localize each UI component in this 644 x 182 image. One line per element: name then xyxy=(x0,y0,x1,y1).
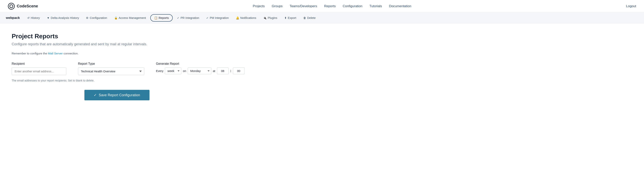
notifications-icon: 🔔 xyxy=(236,16,239,19)
svg-point-1 xyxy=(10,5,13,8)
tab-delta-label: Delta Analysis History xyxy=(51,16,79,19)
tab-plugins[interactable]: 🔌 Plugins xyxy=(260,12,281,23)
mail-server-link[interactable]: Mail Server xyxy=(48,52,63,55)
brand-logo[interactable]: CodeScene xyxy=(8,3,38,10)
tab-access-management[interactable]: 🔒 Access Management xyxy=(111,12,150,23)
project-name: webpack xyxy=(4,16,24,20)
at-label: at xyxy=(213,69,216,73)
tab-delete[interactable]: 🗑 Delete xyxy=(300,12,319,23)
report-type-group: Report Type Technical Health Overview Co… xyxy=(78,62,144,75)
tab-notifications-label: Notifications xyxy=(240,16,256,19)
on-label: on xyxy=(183,69,186,73)
tab-history-label: History xyxy=(31,16,40,19)
tab-notifications[interactable]: 🔔 Notifications xyxy=(232,12,260,23)
nav-documentation[interactable]: Documentation xyxy=(389,4,411,8)
tab-reports-label: Reports xyxy=(159,16,169,19)
nav-reports[interactable]: Reports xyxy=(324,4,336,8)
page-subtitle: Configure reports that are automatically… xyxy=(12,42,222,46)
tab-pm-integration[interactable]: ✓ PM Integration xyxy=(203,12,232,23)
recipient-label: Recipient xyxy=(12,62,66,66)
day-select[interactable]: Monday Tuesday Wednesday Thursday Friday… xyxy=(188,68,211,74)
save-btn-row: ✓ Save Report Configuration xyxy=(12,90,222,100)
plugins-icon: 🔌 xyxy=(263,16,266,19)
tab-plugins-label: Plugins xyxy=(268,16,277,19)
codescene-logo-icon xyxy=(8,3,15,10)
form-row: Recipient Report Type Technical Health O… xyxy=(12,62,222,75)
save-check-icon: ✓ xyxy=(94,93,97,97)
tab-pr-label: PR Integration xyxy=(180,16,199,19)
nav-teams-developers[interactable]: Teams/Developers xyxy=(290,4,317,8)
recipient-input[interactable] xyxy=(12,68,66,75)
generate-label: Generate Report xyxy=(156,62,244,66)
time-separator: : xyxy=(230,69,231,73)
reports-icon: 📋 xyxy=(154,16,158,19)
tab-configuration[interactable]: ⚙ Configuration xyxy=(82,12,110,23)
generate-row: Every week day month on Monday Tuesday W… xyxy=(156,68,244,74)
save-report-button[interactable]: ✓ Save Report Configuration xyxy=(84,90,149,100)
mail-notice-prefix: Remember to configure the xyxy=(12,52,48,55)
export-icon: ⬆ xyxy=(284,16,287,19)
history-icon: ↺ xyxy=(27,16,30,19)
tab-delta-analysis-history[interactable]: ▼ Delta Analysis History xyxy=(43,12,82,23)
minute-input[interactable] xyxy=(233,68,244,74)
delete-icon: 🗑 xyxy=(303,16,306,19)
delta-icon: ▼ xyxy=(47,16,50,19)
page-title: Project Reports xyxy=(12,33,222,40)
tab-history[interactable]: ↺ History xyxy=(24,12,44,23)
project-tab-bar: webpack ↺ History ▼ Delta Analysis Histo… xyxy=(0,12,644,23)
tab-pm-label: PM Integration xyxy=(210,16,229,19)
report-type-select[interactable]: Technical Health Overview Code Quality S… xyxy=(78,68,144,75)
nav-projects[interactable]: Projects xyxy=(253,4,265,8)
nav-links: Projects Groups Teams/Developers Reports… xyxy=(253,4,412,8)
pm-icon: ✓ xyxy=(206,16,208,19)
every-label: Every xyxy=(156,69,163,73)
main-content: Project Reports Configure reports that a… xyxy=(0,23,234,110)
frequency-select[interactable]: week day month xyxy=(165,68,181,74)
nav-groups[interactable]: Groups xyxy=(272,4,283,8)
logout-button[interactable]: Logout xyxy=(626,4,636,8)
helper-text: The email addresses to your report recip… xyxy=(12,79,222,82)
recipient-group: Recipient xyxy=(12,62,66,75)
generate-group: Generate Report Every week day month on … xyxy=(156,62,244,74)
tab-delete-label: Delete xyxy=(307,16,316,19)
lock-icon: 🔒 xyxy=(114,16,118,19)
mail-notice-suffix: connection. xyxy=(63,52,78,55)
tab-list: ↺ History ▼ Delta Analysis History ⚙ Con… xyxy=(24,12,319,23)
nav-tutorials[interactable]: Tutorials xyxy=(369,4,382,8)
tab-reports[interactable]: 📋 Reports xyxy=(150,14,173,22)
tab-export-label: Export xyxy=(288,16,296,19)
save-button-label: Save Report Configuration xyxy=(99,93,140,97)
svg-point-0 xyxy=(8,3,14,9)
hour-input[interactable] xyxy=(217,68,229,74)
tab-config-label: Configuration xyxy=(90,16,107,19)
report-type-label: Report Type xyxy=(78,62,144,66)
tab-export[interactable]: ⬆ Export xyxy=(281,12,300,23)
mail-notice: Remember to configure the Mail Server co… xyxy=(12,52,222,55)
tab-access-label: Access Management xyxy=(119,16,146,19)
nav-configuration[interactable]: Configuration xyxy=(343,4,362,8)
tab-pr-integration[interactable]: ✓ PR Integration xyxy=(174,12,203,23)
config-icon: ⚙ xyxy=(86,16,88,19)
brand-name: CodeScene xyxy=(17,4,38,8)
pr-icon: ✓ xyxy=(177,16,179,19)
top-nav: CodeScene Projects Groups Teams/Develope… xyxy=(0,0,644,12)
